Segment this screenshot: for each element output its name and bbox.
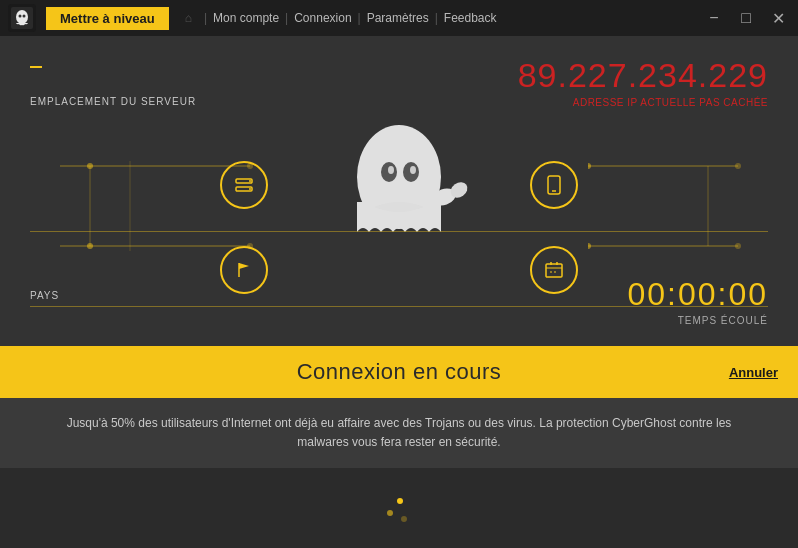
timer-label: TEMPS ÉCOULÉ: [627, 315, 768, 326]
loading-spinner: [379, 488, 419, 528]
spinner-area: [0, 468, 798, 548]
top-marker: [30, 66, 42, 68]
timer-icon-circle: [530, 246, 578, 294]
nav-parametres[interactable]: Paramètres: [367, 11, 429, 25]
circuit-decoration-right: [588, 86, 768, 286]
sep4: |: [435, 11, 438, 25]
connecting-banner: Connexion en cours Annuler: [0, 346, 798, 398]
svg-point-16: [588, 163, 591, 169]
horizontal-line-top: [30, 231, 768, 232]
server-icon-circle: [220, 161, 268, 209]
timer-value: 00:00:00: [627, 276, 768, 313]
connecting-text: Connexion en cours: [297, 359, 502, 385]
logo-area: [8, 4, 36, 32]
mobile-icon-circle: [530, 161, 578, 209]
maximize-button[interactable]: □: [734, 6, 758, 30]
timer-display: 00:00:00 TEMPS ÉCOULÉ: [627, 276, 768, 326]
svg-point-23: [249, 188, 251, 190]
cancel-button[interactable]: Annuler: [729, 365, 778, 380]
svg-point-22: [249, 180, 251, 182]
nav-feedback[interactable]: Feedback: [444, 11, 497, 25]
svg-point-18: [735, 163, 741, 169]
nav-links: ⌂ | Mon compte | Connexion | Paramètres …: [179, 11, 497, 25]
svg-point-3: [19, 15, 22, 18]
sep1: |: [204, 11, 207, 25]
svg-point-36: [388, 166, 394, 174]
nav-mon-compte[interactable]: Mon compte: [213, 11, 279, 25]
sep2: |: [285, 11, 288, 25]
spinner-dot-3: [401, 516, 407, 522]
info-area: Jusqu'à 50% des utilisateurs d'Internet …: [0, 398, 798, 468]
upgrade-button[interactable]: Mettre à niveau: [46, 7, 169, 30]
spinner-dot-1: [397, 498, 403, 504]
circuit-decoration-left: [30, 86, 280, 336]
cyberghost-logo: [8, 4, 36, 32]
svg-point-9: [87, 163, 93, 169]
spinner-dot-2: [387, 510, 393, 516]
svg-rect-27: [546, 264, 562, 277]
ghost-mascot: [319, 92, 479, 272]
flag-icon-circle: [220, 246, 268, 294]
sep3: |: [358, 11, 361, 25]
close-button[interactable]: ✕: [766, 6, 790, 30]
svg-point-2: [16, 10, 28, 24]
info-text: Jusqu'à 50% des utilisateurs d'Internet …: [40, 414, 758, 452]
window-controls: − □ ✕: [702, 6, 790, 30]
minimize-button[interactable]: −: [702, 6, 726, 30]
svg-point-4: [23, 15, 26, 18]
nav-connexion[interactable]: Connexion: [294, 11, 351, 25]
svg-point-37: [410, 166, 416, 174]
svg-point-17: [588, 243, 591, 249]
titlebar: Mettre à niveau ⌂ | Mon compte | Connexi…: [0, 0, 798, 36]
country-label: PAYS: [30, 290, 59, 301]
svg-point-10: [87, 243, 93, 249]
nav-home-icon[interactable]: ⌂: [185, 11, 192, 25]
svg-point-19: [735, 243, 741, 249]
main-area: 89.227.234.229 ADRESSE IP ACTUELLE PAS C…: [0, 36, 798, 346]
